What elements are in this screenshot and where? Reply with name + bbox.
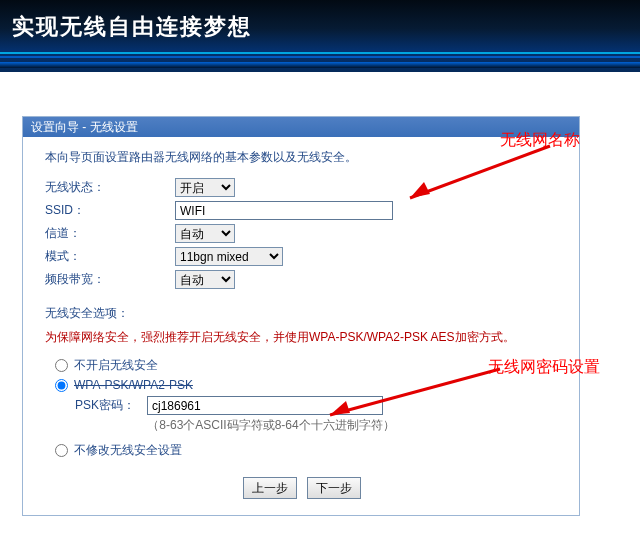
security-option-off[interactable]: 不开启无线安全 — [55, 357, 563, 374]
security-note: 为保障网络安全，强烈推荐开启无线安全，并使用WPA-PSK/WPA2-PSK A… — [45, 328, 559, 347]
radio-off-label: 不开启无线安全 — [74, 357, 158, 374]
next-button[interactable]: 下一步 — [307, 477, 361, 499]
psk-hint: （8-63个ASCII码字符或8-64个十六进制字符） — [141, 417, 401, 434]
divider — [0, 56, 640, 58]
annotation-ssid-label: 无线网名称 — [500, 130, 580, 151]
bandwidth-label: 频段带宽： — [41, 271, 175, 288]
channel-label: 信道： — [41, 225, 175, 242]
radio-wpa[interactable] — [55, 379, 68, 392]
security-heading: 无线安全选项： — [45, 305, 563, 322]
security-option-keep[interactable]: 不修改无线安全设置 — [55, 442, 563, 459]
banner-title: 实现无线自由连接梦想 — [12, 12, 252, 42]
radio-wpa-label: WPA-PSK/WPA2-PSK — [74, 378, 193, 392]
ssid-input[interactable] — [175, 201, 393, 220]
radio-off[interactable] — [55, 359, 68, 372]
wizard-panel: 设置向导 - 无线设置 本向导页面设置路由器无线网络的基本参数以及无线安全。 无… — [22, 116, 580, 516]
ssid-label: SSID： — [41, 202, 175, 219]
mode-select[interactable]: 11bgn mixed — [175, 247, 283, 266]
wireless-state-select[interactable]: 开启 — [175, 178, 235, 197]
prev-button[interactable]: 上一步 — [243, 477, 297, 499]
security-option-wpa[interactable]: WPA-PSK/WPA2-PSK — [55, 378, 563, 392]
top-banner: 实现无线自由连接梦想 — [0, 0, 640, 72]
divider — [0, 62, 640, 68]
radio-keep-label: 不修改无线安全设置 — [74, 442, 182, 459]
bandwidth-select[interactable]: 自动 — [175, 270, 235, 289]
wireless-state-label: 无线状态： — [41, 179, 175, 196]
psk-label: PSK密码： — [75, 397, 147, 414]
psk-input[interactable] — [147, 396, 383, 415]
mode-label: 模式： — [41, 248, 175, 265]
annotation-password-label: 无线网密码设置 — [488, 357, 600, 378]
panel-title: 设置向导 - 无线设置 — [23, 117, 579, 137]
channel-select[interactable]: 自动 — [175, 224, 235, 243]
panel-intro: 本向导页面设置路由器无线网络的基本参数以及无线安全。 — [45, 149, 563, 166]
divider — [0, 52, 640, 54]
radio-keep[interactable] — [55, 444, 68, 457]
